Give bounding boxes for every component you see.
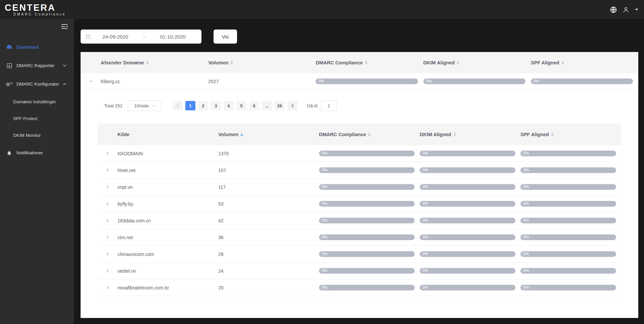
sidebar-subitem-label: SPF Protect bbox=[13, 116, 38, 121]
dkim-progress-bar: 0% bbox=[420, 151, 515, 156]
spf-progress-bar: 0% bbox=[520, 218, 616, 223]
column-header-spf-aligned[interactable]: SPF Aligned bbox=[531, 60, 638, 65]
spf-progress-bar: 0% bbox=[520, 268, 616, 274]
sidebar-item-dkim-monitor[interactable]: DKIM Monitor bbox=[0, 127, 74, 144]
page-button-3[interactable]: 3 bbox=[211, 101, 221, 110]
sort-icon bbox=[146, 61, 149, 65]
sort-icon bbox=[453, 132, 456, 137]
column-header-afsender-domaene[interactable]: Afsender Domæne bbox=[101, 60, 208, 65]
source-name: novafibratelecom.com.br bbox=[118, 285, 218, 290]
date-from-value[interactable]: 24-09-2020 bbox=[91, 34, 140, 40]
sidebar-item-label: Notifikationer bbox=[16, 150, 43, 155]
vis-button[interactable]: Vis bbox=[214, 30, 237, 44]
expand-row-icon[interactable] bbox=[97, 235, 118, 239]
page-button-26[interactable]: 26 bbox=[275, 101, 285, 110]
next-page-button[interactable] bbox=[287, 101, 297, 110]
chevron-down-icon bbox=[63, 64, 66, 67]
report-card: Afsender Domæne Volumen DMARC Compliance… bbox=[81, 52, 638, 318]
source-table-row: hinet.net 157 0% 0% 0% bbox=[97, 162, 621, 179]
brand-tagline: DMARC Compliance bbox=[5, 12, 66, 16]
source-volume: 28 bbox=[218, 252, 319, 257]
page-button-4[interactable]: 4 bbox=[224, 101, 234, 110]
column-header-dkim-aligned[interactable]: DKIM Aligned bbox=[423, 60, 531, 65]
column-header-volumen[interactable]: Volumen bbox=[218, 132, 319, 137]
calendar-icon bbox=[85, 34, 91, 39]
dmarc-progress-bar: 0% bbox=[316, 78, 418, 84]
column-header-dkim-aligned[interactable]: DKIM Aligned bbox=[420, 132, 520, 137]
sidebar-item-dashboard[interactable]: Dashboard bbox=[0, 38, 74, 56]
source-name: 163data.com.cn bbox=[118, 218, 218, 223]
topbar-actions bbox=[610, 6, 644, 13]
sidebar-item-dmarc-konfigurator[interactable]: ⚙⚙ DMARC Konfigurator bbox=[0, 75, 74, 93]
source-table-row: NXDOMAIN 1370 0% 0% 0% bbox=[97, 145, 621, 162]
page-button-1[interactable]: 1 bbox=[185, 101, 195, 110]
chevron-up-icon bbox=[63, 83, 66, 85]
topbar: CENTERA DMARC Compliance bbox=[0, 0, 644, 19]
sidebar-subitem-label: DKIM Monitor bbox=[13, 133, 41, 138]
dkim-progress-bar: 0% bbox=[420, 251, 515, 257]
sidebar-item-domaene-indstillinger[interactable]: Domæne Indstillinger bbox=[0, 93, 74, 110]
dkim-progress-bar: 0% bbox=[420, 167, 515, 173]
expand-row-icon[interactable] bbox=[97, 151, 118, 156]
spf-progress-bar: 0% bbox=[520, 251, 616, 257]
expand-row-icon[interactable] bbox=[97, 269, 118, 273]
caret-down-icon[interactable] bbox=[635, 8, 639, 11]
gears-icon: ⚙⚙ bbox=[6, 82, 12, 87]
globe-icon[interactable] bbox=[610, 6, 617, 13]
collapse-row-icon[interactable] bbox=[81, 79, 101, 84]
date-range-picker[interactable]: 24-09-2020 - 01-10-2020 bbox=[81, 30, 201, 44]
source-volume: 157 bbox=[218, 168, 319, 173]
column-header-dmarc-compliance[interactable]: DMARC Compliance bbox=[319, 132, 420, 137]
sidebar-item-label: DMARC Rapporter bbox=[16, 63, 54, 68]
dmarc-progress-bar: 0% bbox=[319, 268, 415, 274]
column-header-volumen[interactable]: Volumen bbox=[208, 60, 316, 65]
spf-progress-bar: 0% bbox=[531, 78, 633, 84]
goto-page-input[interactable] bbox=[321, 100, 337, 111]
source-volume: 20 bbox=[218, 285, 319, 290]
dmarc-progress-bar: 0% bbox=[319, 251, 415, 257]
sidebar-item-spf-protect[interactable]: SPF Protect bbox=[0, 110, 74, 127]
column-header-spf-aligned[interactable]: SPF Aligned bbox=[520, 132, 621, 137]
expand-row-icon[interactable] bbox=[97, 252, 118, 256]
page-button-2[interactable]: 2 bbox=[198, 101, 208, 110]
dkim-progress-bar: 0% bbox=[420, 285, 515, 290]
expand-row-icon[interactable] bbox=[97, 285, 118, 290]
prev-page-button[interactable] bbox=[173, 101, 183, 110]
source-table-row: viettel.vn 24 0% 0% 0% bbox=[97, 263, 621, 279]
dashboard-icon bbox=[6, 44, 12, 50]
source-volume: 36 bbox=[218, 235, 319, 240]
bell-icon bbox=[6, 150, 12, 156]
column-header-kilde[interactable]: Kilde bbox=[118, 132, 218, 137]
page-button-6[interactable]: 6 bbox=[249, 101, 259, 110]
expand-row-icon[interactable] bbox=[97, 202, 118, 206]
source-name: vnpt.vn bbox=[118, 184, 218, 190]
page-size-select[interactable]: 10/side bbox=[128, 100, 162, 111]
sort-icon-descending bbox=[240, 132, 243, 137]
domain-volume: 2527 bbox=[208, 79, 316, 84]
sidebar-subitem-label: Domæne Indstillinger bbox=[13, 99, 56, 104]
source-table-row: chinaunicom.com 28 0% 0% 0% bbox=[97, 246, 621, 263]
menu-fold-icon[interactable] bbox=[0, 19, 74, 29]
spf-progress-bar: 0% bbox=[520, 285, 616, 290]
dmarc-progress-bar: 0% bbox=[319, 201, 415, 207]
source-table-row: ctm.net 36 0% 0% 0% bbox=[97, 229, 621, 246]
dkim-progress-bar: 0% bbox=[420, 184, 515, 190]
dmarc-progress-bar: 0% bbox=[319, 151, 415, 156]
user-icon[interactable] bbox=[623, 6, 629, 13]
page-button-5[interactable]: 5 bbox=[236, 101, 246, 110]
source-table-row: byfly.by 53 0% 0% 0% bbox=[97, 196, 621, 212]
sidebar-item-dmarc-rapporter[interactable]: DMARC Rapporter bbox=[0, 56, 74, 75]
pagination: Total 252 10/side 1 2 3 4 5 6 ... 26 bbox=[104, 100, 638, 111]
source-name: byfly.by bbox=[118, 201, 218, 207]
date-separator: - bbox=[140, 34, 148, 40]
date-to-value[interactable]: 01-10-2020 bbox=[148, 34, 197, 40]
column-header-dmarc-compliance[interactable]: DMARC Compliance bbox=[316, 60, 423, 65]
spf-progress-bar: 0% bbox=[520, 151, 616, 156]
spf-progress-bar: 0% bbox=[520, 201, 616, 207]
expand-row-icon[interactable] bbox=[97, 218, 118, 223]
sidebar-item-notifikationer[interactable]: Notifikationer bbox=[0, 144, 74, 162]
page-ellipsis[interactable]: ... bbox=[262, 101, 272, 110]
expand-row-icon[interactable] bbox=[97, 168, 118, 172]
expand-row-icon[interactable] bbox=[97, 185, 118, 189]
dmarc-progress-bar: 0% bbox=[319, 167, 415, 173]
